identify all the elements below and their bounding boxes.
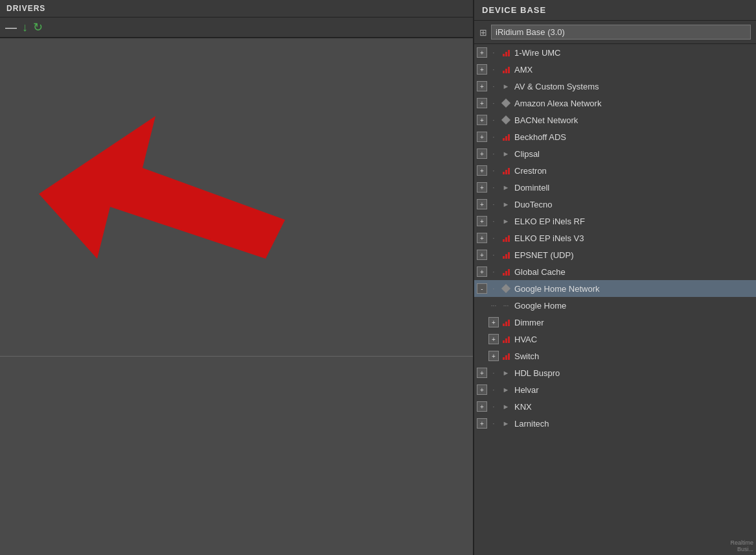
tree-item-google_home[interactable]: ······Google Home (474, 297, 756, 314)
tree-label-bacnet: BACNet Network (514, 115, 578, 125)
expand-btn-global_cache[interactable]: + (477, 266, 487, 277)
drivers-header: DRIVERS (0, 0, 473, 18)
tree-item-duotecno[interactable]: +·►DuoTecno (474, 196, 756, 213)
tree-label-epsnet: EPSNET (UDP) (514, 250, 574, 260)
expand-btn-knx[interactable]: + (477, 401, 487, 412)
tree-item-bacnet[interactable]: +·BACNet Network (474, 112, 756, 128)
expand-btn-crestron[interactable]: + (477, 165, 487, 176)
drivers-panel: DRIVERS — ↓ ↻ (0, 0, 473, 555)
tree-label-crestron: Crestron (514, 166, 547, 176)
tree-item-dimmer[interactable]: + Dimmer (474, 314, 756, 331)
tree-item-clipsal[interactable]: +·►Clipsal (474, 145, 756, 162)
tree-item-knx[interactable]: +·►KNX (474, 398, 756, 415)
minus-icon[interactable]: — (5, 21, 17, 34)
connector-dots: · (488, 283, 499, 294)
tree-item-amx[interactable]: +· AMX (474, 61, 756, 78)
tree-item-switch[interactable]: + Switch (474, 348, 756, 364)
diamond-icon (500, 99, 512, 108)
tree-item-helvar[interactable]: +·►Helvar (474, 381, 756, 398)
connector-dots: · (488, 233, 499, 243)
tree-item-beckhoff[interactable]: +· Beckhoff ADS (474, 128, 756, 145)
play-icon: ► (500, 385, 512, 394)
tree-label-clipsal: Clipsal (514, 149, 540, 159)
bars-icon (500, 166, 512, 175)
db-dropdown-row: ⊞ iRidium Base (3.0) (474, 21, 756, 44)
tree-label-amx: AMX (514, 65, 533, 75)
connector-dots: · (488, 148, 499, 159)
svg-marker-0 (39, 116, 285, 259)
expand-btn-hdl[interactable]: + (477, 368, 487, 378)
dots-icon: ··· (500, 301, 512, 310)
tree-item-google_home_network[interactable]: -·Google Home Network (474, 280, 756, 297)
connector-dots: · (488, 384, 499, 395)
tree-item-wire[interactable]: +· 1-Wire UMC (474, 44, 756, 61)
indent-spacer (477, 334, 487, 344)
connector-dots: · (488, 418, 499, 429)
expand-btn-amx[interactable]: + (477, 64, 487, 75)
expand-btn-duotecno[interactable]: + (477, 199, 487, 209)
play-icon: ► (500, 419, 512, 428)
expand-btn-hvac[interactable]: + (488, 334, 499, 344)
connector-dots: · (488, 368, 499, 378)
expand-btn-clipsal[interactable]: + (477, 148, 487, 159)
tree-list[interactable]: +· 1-Wire UMC+· AMX+·►AV & Custom System… (474, 44, 756, 555)
expand-btn-av[interactable]: + (477, 81, 487, 91)
play-icon: ► (500, 183, 512, 192)
tree-label-beckhoff: Beckhoff ADS (514, 132, 566, 142)
device-base-header: DEVICE BASE (474, 0, 756, 21)
expand-btn-elko_v3[interactable]: + (477, 233, 487, 243)
tree-item-crestron[interactable]: +· Crestron (474, 162, 756, 179)
bars-icon (500, 250, 512, 259)
tree-label-wire: 1-Wire UMC (514, 48, 561, 58)
tree-item-hdl[interactable]: +·►HDL Buspro (474, 364, 756, 381)
arrow-annotation (39, 116, 285, 311)
drivers-content (0, 38, 473, 555)
tree-item-alexa[interactable]: +·Amazon Alexa Network (474, 95, 756, 112)
connector-dots: · (488, 182, 499, 193)
tree-item-domintell[interactable]: +·►Domintell (474, 179, 756, 196)
expand-btn-alexa[interactable]: + (477, 98, 487, 108)
expand-btn-beckhoff[interactable]: + (477, 132, 487, 142)
connector-dots: · (488, 132, 499, 142)
bars-icon (500, 48, 512, 57)
tree-item-epsnet[interactable]: +· EPSNET (UDP) (474, 246, 756, 263)
expand-btn-bacnet[interactable]: + (477, 115, 487, 125)
indent-spacer (477, 351, 487, 361)
expand-btn-elko_rf[interactable]: + (477, 216, 487, 226)
expand-btn-dimmer[interactable]: + (488, 317, 499, 327)
download-icon[interactable]: ↓ (22, 21, 28, 34)
connector-dots: · (488, 64, 499, 75)
expand-btn-epsnet[interactable]: + (477, 250, 487, 260)
device-base-panel: DEVICE BASE ⊞ iRidium Base (3.0) +· 1-Wi… (473, 0, 756, 555)
tree-item-hvac[interactable]: + HVAC (474, 331, 756, 348)
db-dropdown[interactable]: iRidium Base (3.0) (491, 25, 751, 40)
drivers-toolbar: — ↓ ↻ (0, 18, 473, 38)
connector-dots: · (488, 165, 499, 176)
tree-item-larnitech[interactable]: +·►Larnitech (474, 415, 756, 432)
bars-icon (500, 233, 512, 242)
expand-btn-larnitech[interactable]: + (477, 418, 487, 429)
play-icon: ► (500, 200, 512, 209)
tree-item-av[interactable]: +·►AV & Custom Systems (474, 78, 756, 95)
connector-dots: · (488, 216, 499, 226)
tree-label-google_home: Google Home (514, 301, 566, 311)
tree-item-elko_rf[interactable]: +·►ELKO EP iNels RF (474, 213, 756, 230)
expand-btn-google_home_network[interactable]: - (477, 283, 487, 294)
tree-label-larnitech: Larnitech (514, 419, 549, 429)
bars-icon (500, 335, 512, 344)
connector-dots: · (488, 115, 499, 125)
tree-label-dimmer: Dimmer (514, 318, 544, 327)
expand-btn-helvar[interactable]: + (477, 384, 487, 395)
expand-btn-domintell[interactable]: + (477, 182, 487, 193)
refresh-icon[interactable]: ↻ (33, 20, 43, 34)
diamond-icon (500, 115, 512, 124)
connector-dots: · (488, 98, 499, 108)
tree-item-elko_v3[interactable]: +· ELKO EP iNels V3 (474, 230, 756, 246)
expand-btn-switch[interactable]: + (488, 351, 499, 361)
tree-label-switch: Switch (514, 351, 539, 361)
bars-icon (500, 65, 512, 74)
indent-spacer (477, 300, 487, 311)
expand-btn-wire[interactable]: + (477, 47, 487, 58)
tree-label-domintell: Domintell (514, 183, 549, 193)
tree-item-global_cache[interactable]: +· Global Cache (474, 263, 756, 280)
